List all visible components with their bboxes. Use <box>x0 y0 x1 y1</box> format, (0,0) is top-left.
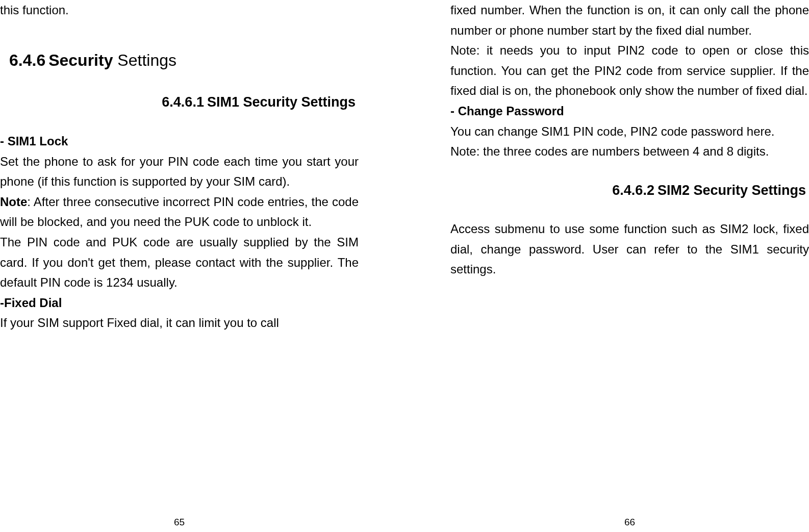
page-right-content: fixed number. When the function is on, i… <box>450 0 809 512</box>
note-label: Note <box>0 195 27 209</box>
intro-text: this function. <box>0 0 359 20</box>
heading-sim1-security: 6.4.6.1SIM1 Security Settings <box>0 91 359 114</box>
heading3-number-2: 6.4.6.2 <box>612 183 654 198</box>
subheading-fixed-dial: -Fixed Dial <box>0 293 359 313</box>
paragraph-pin2-note: Note: it needs you to input PIN2 code to… <box>450 40 809 101</box>
heading-word-bold: Security <box>48 51 113 69</box>
heading-word-regular: Settings <box>113 51 176 69</box>
page-left-content: this function. 6.4.6Security Settings 6.… <box>0 0 359 512</box>
paragraph-change-password: You can change SIM1 PIN code, PIN2 code … <box>450 121 809 142</box>
subheading-sim1-lock: - SIM1 Lock <box>0 131 359 151</box>
paragraph-sim1-lock: Set the phone to ask for your PIN code e… <box>0 151 359 192</box>
page-number-left: 65 <box>0 512 359 532</box>
page-left: this function. 6.4.6Security Settings 6.… <box>0 0 404 532</box>
paragraph-code-digits: Note: the three codes are numbers betwee… <box>450 141 809 162</box>
page-right: fixed number. When the function is on, i… <box>404 0 809 532</box>
heading3-title-2: SIM2 Security Settings <box>658 183 806 198</box>
heading-security-settings: 6.4.6Security Settings <box>0 47 359 74</box>
subheading-change-password: - Change Password <box>450 101 809 121</box>
heading3-title: SIM1 Security Settings <box>207 94 356 110</box>
paragraph-pin-puk: The PIN code and PUK code are usually su… <box>0 232 359 293</box>
heading-number: 6.4.6 <box>9 51 45 69</box>
heading3-number: 6.4.6.1 <box>162 94 204 110</box>
paragraph-fixed-dial: If your SIM support Fixed dial, it can l… <box>0 313 359 333</box>
paragraph-fixed-number: fixed number. When the function is on, i… <box>450 0 809 40</box>
paragraph-note: Note: After three consecutive incorrect … <box>0 192 359 232</box>
paragraph-sim2: Access submenu to use some function such… <box>450 219 809 280</box>
page-number-right: 66 <box>450 512 809 532</box>
note-text: : After three consecutive incorrect PIN … <box>0 195 359 229</box>
heading-sim2-security: 6.4.6.2SIM2 Security Settings <box>450 179 809 202</box>
